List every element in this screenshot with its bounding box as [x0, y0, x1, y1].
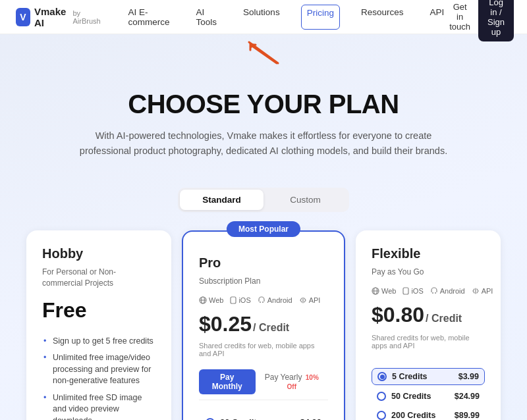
flexible-title: Flexible: [372, 246, 485, 261]
flex-credit-option-50[interactable]: 50 Credits $24.99: [372, 388, 485, 404]
pay-yearly-button[interactable]: Pay Yearly 10% Off: [256, 369, 328, 394]
logo-by: by AirBrush: [72, 9, 101, 25]
radio-flex-5: [377, 372, 387, 381]
svg-rect-3: [231, 297, 236, 303]
hobby-plan-card: Hobby For Personal or Non-commercial Pro…: [26, 230, 171, 420]
pro-price-desc: Shared credits for web, mobile apps and …: [199, 342, 328, 357]
flexible-plan-card: Flexible Pay as You Go Web iOS Android A…: [356, 230, 501, 420]
flex-credit-5-amount: 5 Credits: [392, 372, 428, 381]
nav-link-ai-ecommerce[interactable]: AI E-commerce: [123, 5, 175, 30]
nav-links: AI E-commerce AI Tools Solutions Pricing…: [123, 5, 450, 30]
svg-rect-9: [403, 288, 408, 294]
hobby-title: Hobby: [42, 246, 155, 261]
flex-web-icon: Web: [372, 287, 396, 295]
nav-link-ai-tools[interactable]: AI Tools: [191, 5, 223, 30]
flex-ios-icon: iOS: [402, 287, 423, 295]
hobby-features: Sign up to get 5 free credits Unlimited …: [42, 333, 155, 420]
logo-icon: V: [16, 8, 30, 26]
pro-credit-option-20[interactable]: 20 Credits / Month $4.99: [199, 413, 328, 420]
flex-credit-50-price: $24.99: [455, 392, 480, 401]
pro-subtitle: Subscription Plan: [199, 276, 328, 287]
flexible-price-amount: $0.80: [372, 303, 424, 327]
flexible-subtitle: Pay as You Go: [372, 267, 485, 278]
pro-plan-card: Most Popular Pro Subscription Plan Web i…: [182, 230, 345, 420]
toggle-wrap: Standard Custom: [178, 188, 349, 212]
flex-credit-200-price: $89.99: [455, 411, 480, 420]
pro-price-amount: $0.25: [199, 312, 252, 336]
arrow-container: [0, 39, 527, 66]
flex-credit-5-price: $3.99: [458, 372, 479, 381]
page-title: CHOOSE YOUR PLAN: [13, 90, 514, 119]
flexible-price-row: $0.80 / Credit: [372, 303, 485, 327]
pro-price-row: $0.25 / Credit: [199, 312, 328, 336]
pricing-arrow-icon: [244, 39, 283, 66]
toggle-standard[interactable]: Standard: [180, 190, 264, 210]
flex-credit-option-5[interactable]: 5 Credits $3.99: [372, 368, 485, 385]
hobby-price: Free: [42, 298, 155, 323]
flexible-meta-icons: Web iOS Android API: [372, 287, 485, 295]
pro-meta-icons: Web iOS Android API: [199, 296, 328, 304]
radio-flex-50: [377, 392, 386, 401]
hobby-feature-2: Unlimited free image/video processing an…: [42, 350, 155, 390]
pro-price-unit: / Credit: [253, 322, 289, 334]
navbar: V Vmake AI by AirBrush AI E-commerce AI …: [0, 0, 527, 34]
logo[interactable]: V Vmake AI by AirBrush: [16, 6, 102, 28]
plans-container: Hobby For Personal or Non-commercial Pro…: [0, 230, 527, 420]
pro-credit-20-amount: 20 Credits: [220, 417, 262, 420]
flexible-credit-options: 5 Credits $3.99 50 Credits $24.99 200 Cr…: [372, 368, 485, 420]
hobby-feature-1: Sign up to get 5 free credits: [42, 333, 155, 350]
radio-flex-200: [377, 411, 386, 420]
svg-point-11: [435, 292, 436, 294]
pro-android-icon: Android: [258, 296, 292, 304]
logo-text: Vmake AI: [34, 6, 69, 28]
flex-credit-option-200[interactable]: 200 Credits $89.99: [372, 407, 485, 420]
flex-api-icon: API: [472, 287, 493, 295]
pro-web-icon: Web: [199, 296, 223, 304]
nav-link-api[interactable]: API: [424, 5, 449, 30]
hero-section: CHOOSE YOUR PLAN With AI-powered technol…: [0, 66, 527, 188]
hobby-subtitle: For Personal or Non-commercial Projects: [42, 267, 155, 289]
get-in-touch-button[interactable]: Get in touch: [449, 2, 470, 32]
flex-credit-50-amount: 50 Credits: [391, 392, 431, 401]
nav-right: Get in touch Log in / Sign up: [449, 0, 514, 41]
svg-point-10: [432, 292, 433, 294]
pro-credit-20-price: $4.99: [300, 417, 321, 420]
svg-point-5: [262, 302, 264, 303]
svg-point-4: [260, 302, 261, 303]
pro-ios-icon: iOS: [230, 296, 250, 304]
login-button[interactable]: Log in / Sign up: [478, 0, 514, 41]
pro-title: Pro: [199, 255, 328, 271]
pro-credit-options: 20 Credits / Month $4.99 100 Credits / M…: [199, 413, 328, 420]
flex-credit-200-amount: 200 Credits: [391, 411, 435, 420]
nav-link-solutions[interactable]: Solutions: [238, 5, 285, 30]
flexible-price-desc: Shared credits for web, mobile apps and …: [372, 334, 485, 350]
nav-link-pricing[interactable]: Pricing: [301, 5, 340, 30]
hobby-feature-3: Unlimited free SD image and video previe…: [42, 390, 155, 420]
hero-subtitle: With AI-powered technologies, Vmake make…: [79, 128, 448, 159]
pay-toggle: Pay Monthly Pay Yearly 10% Off: [199, 369, 328, 400]
pro-api-icon: API: [299, 296, 321, 304]
nav-link-resources[interactable]: Resources: [356, 5, 409, 30]
pay-monthly-button[interactable]: Pay Monthly: [199, 369, 256, 394]
logo-letter: V: [20, 12, 26, 22]
most-popular-badge: Most Popular: [227, 221, 300, 237]
plan-type-toggle: Standard Custom: [0, 188, 527, 212]
toggle-custom[interactable]: Custom: [264, 190, 347, 210]
flexible-price-unit: / Credit: [426, 313, 462, 325]
flex-android-icon: Android: [430, 287, 465, 295]
